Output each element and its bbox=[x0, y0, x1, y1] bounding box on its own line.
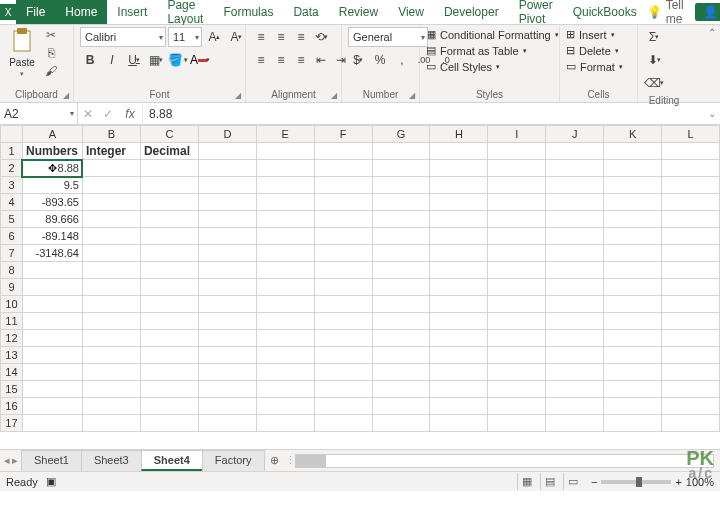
cell-I10[interactable] bbox=[488, 296, 546, 313]
cell-B10[interactable] bbox=[82, 296, 140, 313]
cell-J11[interactable] bbox=[546, 313, 604, 330]
cell-C15[interactable] bbox=[140, 381, 198, 398]
sheet-tab-factory[interactable]: Factory bbox=[202, 450, 265, 471]
cell-H14[interactable] bbox=[430, 364, 488, 381]
cell-E4[interactable] bbox=[256, 194, 314, 211]
zoom-slider[interactable] bbox=[601, 480, 671, 484]
cell-G10[interactable] bbox=[372, 296, 430, 313]
cell-F17[interactable] bbox=[314, 415, 372, 432]
cell-I6[interactable] bbox=[488, 228, 546, 245]
cell-C4[interactable] bbox=[140, 194, 198, 211]
name-box[interactable]: A2▾ bbox=[0, 103, 78, 124]
row-header-15[interactable]: 15 bbox=[1, 381, 23, 398]
new-sheet-button[interactable]: ⊕ bbox=[265, 454, 285, 467]
cell-J8[interactable] bbox=[546, 262, 604, 279]
cell-L1[interactable] bbox=[662, 143, 720, 160]
col-header-B[interactable]: B bbox=[82, 126, 140, 143]
cell-G3[interactable] bbox=[372, 177, 430, 194]
font-color-button[interactable]: A▾ bbox=[190, 50, 210, 70]
align-top-button[interactable]: ≡ bbox=[252, 27, 270, 47]
cell-C6[interactable] bbox=[140, 228, 198, 245]
cell-L9[interactable] bbox=[662, 279, 720, 296]
cell-F12[interactable] bbox=[314, 330, 372, 347]
row-header-4[interactable]: 4 bbox=[1, 194, 23, 211]
cell-K11[interactable] bbox=[604, 313, 662, 330]
insert-cells-button[interactable]: ⊞Insert▾ bbox=[566, 27, 623, 42]
col-header-G[interactable]: G bbox=[372, 126, 430, 143]
collapse-ribbon-icon[interactable]: ⌃ bbox=[708, 27, 716, 38]
sheet-nav-last-icon[interactable]: ▸ bbox=[12, 454, 18, 467]
cell-G6[interactable] bbox=[372, 228, 430, 245]
cell-C8[interactable] bbox=[140, 262, 198, 279]
cell-E7[interactable] bbox=[256, 245, 314, 262]
delete-cells-button[interactable]: ⊟Delete▾ bbox=[566, 43, 623, 58]
cell-K16[interactable] bbox=[604, 398, 662, 415]
zoom-in-button[interactable]: + bbox=[675, 476, 681, 488]
col-header-L[interactable]: L bbox=[662, 126, 720, 143]
cell-J13[interactable] bbox=[546, 347, 604, 364]
cell-J5[interactable] bbox=[546, 211, 604, 228]
cell-B5[interactable] bbox=[82, 211, 140, 228]
col-header-J[interactable]: J bbox=[546, 126, 604, 143]
cell-D10[interactable] bbox=[198, 296, 256, 313]
borders-button[interactable]: ▦▾ bbox=[146, 50, 166, 70]
cell-K10[interactable] bbox=[604, 296, 662, 313]
cell-F15[interactable] bbox=[314, 381, 372, 398]
cell-D5[interactable] bbox=[198, 211, 256, 228]
cell-E17[interactable] bbox=[256, 415, 314, 432]
cell-A8[interactable] bbox=[22, 262, 82, 279]
cell-D14[interactable] bbox=[198, 364, 256, 381]
macro-record-icon[interactable]: ▣ bbox=[46, 475, 56, 488]
cell-J3[interactable] bbox=[546, 177, 604, 194]
cell-D16[interactable] bbox=[198, 398, 256, 415]
normal-view-button[interactable]: ▦ bbox=[517, 473, 537, 490]
format-cells-button[interactable]: ▭Format▾ bbox=[566, 59, 623, 74]
cell-H5[interactable] bbox=[430, 211, 488, 228]
cell-A12[interactable] bbox=[22, 330, 82, 347]
col-header-K[interactable]: K bbox=[604, 126, 662, 143]
cell-J10[interactable] bbox=[546, 296, 604, 313]
fill-color-button[interactable]: 🪣▾ bbox=[168, 50, 188, 70]
tab-view[interactable]: View bbox=[388, 0, 434, 24]
cell-H3[interactable] bbox=[430, 177, 488, 194]
cell-B3[interactable] bbox=[82, 177, 140, 194]
worksheet-grid[interactable]: ABCDEFGHIJKL1NumbersIntegerDecimal2✥8.88… bbox=[0, 125, 720, 449]
underline-button[interactable]: U▾ bbox=[124, 50, 144, 70]
cell-D9[interactable] bbox=[198, 279, 256, 296]
cell-I7[interactable] bbox=[488, 245, 546, 262]
cell-D11[interactable] bbox=[198, 313, 256, 330]
cell-K13[interactable] bbox=[604, 347, 662, 364]
cell-F14[interactable] bbox=[314, 364, 372, 381]
row-header-5[interactable]: 5 bbox=[1, 211, 23, 228]
cell-A10[interactable] bbox=[22, 296, 82, 313]
cell-G13[interactable] bbox=[372, 347, 430, 364]
cell-C13[interactable] bbox=[140, 347, 198, 364]
conditional-formatting-button[interactable]: ▦Conditional Formatting▾ bbox=[426, 27, 559, 42]
cell-C12[interactable] bbox=[140, 330, 198, 347]
cell-G11[interactable] bbox=[372, 313, 430, 330]
cell-H16[interactable] bbox=[430, 398, 488, 415]
indent-dec-button[interactable]: ⇤ bbox=[312, 50, 330, 70]
cell-B16[interactable] bbox=[82, 398, 140, 415]
cell-L3[interactable] bbox=[662, 177, 720, 194]
col-header-D[interactable]: D bbox=[198, 126, 256, 143]
cell-C17[interactable] bbox=[140, 415, 198, 432]
cell-B12[interactable] bbox=[82, 330, 140, 347]
cell-B7[interactable] bbox=[82, 245, 140, 262]
cell-C14[interactable] bbox=[140, 364, 198, 381]
cell-E6[interactable] bbox=[256, 228, 314, 245]
cell-G8[interactable] bbox=[372, 262, 430, 279]
cell-L10[interactable] bbox=[662, 296, 720, 313]
font-size-combo[interactable]: 11▾ bbox=[168, 27, 202, 47]
cell-H8[interactable] bbox=[430, 262, 488, 279]
cell-D7[interactable] bbox=[198, 245, 256, 262]
cell-A3[interactable]: 9.5 bbox=[22, 177, 82, 194]
cell-D12[interactable] bbox=[198, 330, 256, 347]
cell-I11[interactable] bbox=[488, 313, 546, 330]
cell-D17[interactable] bbox=[198, 415, 256, 432]
number-dialog-icon[interactable]: ◢ bbox=[409, 91, 415, 100]
cell-A17[interactable] bbox=[22, 415, 82, 432]
cell-L6[interactable] bbox=[662, 228, 720, 245]
cell-L7[interactable] bbox=[662, 245, 720, 262]
tab-power-pivot[interactable]: Power Pivot bbox=[509, 0, 563, 24]
